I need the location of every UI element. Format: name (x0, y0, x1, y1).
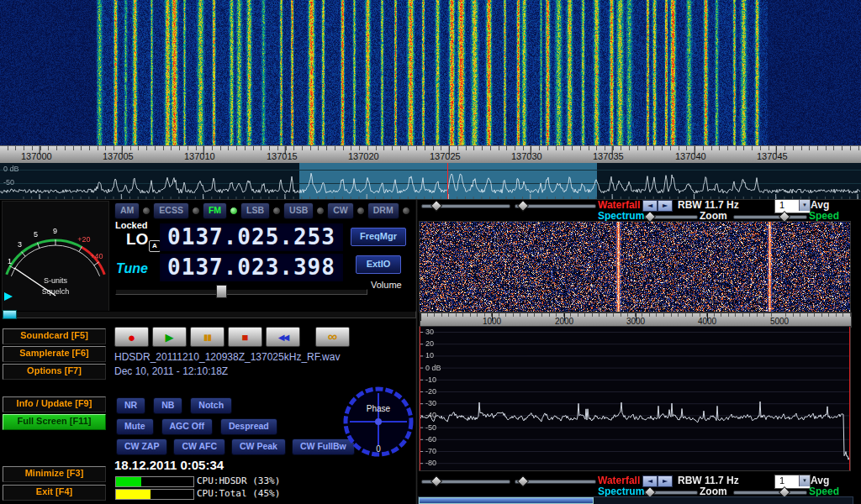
upper-waterfall-label[interactable]: Waterfall (598, 199, 640, 211)
lower-zoom-label: Zoom (700, 486, 727, 497)
spectrum-pan-thumb[interactable] (419, 497, 594, 504)
samplerate-button[interactable]: Samplerate [F6] (3, 346, 106, 362)
mode-button-cw[interactable]: CW (327, 202, 354, 219)
pause-button[interactable]: ▮▮ (190, 327, 224, 347)
stop-button[interactable]: ■ (228, 327, 262, 347)
upper-zoom-thumb[interactable] (644, 211, 656, 223)
soundcard-button[interactable]: Soundcard [F5] (3, 328, 106, 344)
upper-rbw-label: RBW 11.7 Hz (678, 199, 739, 211)
tune-frequency-display[interactable]: 0137.023.398 (160, 254, 343, 281)
mode-button-fm[interactable]: FM (203, 202, 227, 219)
lo-frequency-display[interactable]: 0137.025.253 (160, 223, 343, 251)
lower-spectrum-label[interactable]: Spectrum (598, 486, 644, 497)
upper-avg-label: Avg (811, 199, 829, 211)
freq-scale-label: 137045 (757, 151, 788, 161)
hz-scale-label: 2000 (555, 317, 573, 326)
mode-led-am-icon (142, 207, 151, 215)
dsp-row-1: NR NB Notch (116, 397, 232, 414)
mode-button-lsb[interactable]: LSB (240, 202, 270, 219)
shift-left-button[interactable]: ◄ (642, 200, 658, 212)
mode-button-ecss[interactable]: ECSS (153, 202, 189, 219)
mode-button-drm[interactable]: DRM (367, 202, 399, 219)
play-button[interactable]: ▶ (152, 327, 187, 347)
audio-spectrum-display[interactable] (420, 327, 850, 470)
db-scale-label: -80 (425, 459, 436, 467)
lo-label: LO (126, 230, 148, 249)
upper-spectrum-label[interactable]: Spectrum (598, 210, 644, 222)
main-frequency-scale[interactable]: 137000 137005 137010 137015 137020 13702… (0, 145, 861, 164)
upper-avg-select[interactable]: 1 ▼ (774, 199, 811, 213)
rewind-icon: ◀◀ (278, 333, 288, 342)
audio-frequency-scale[interactable]: 1000 2000 3000 4000 5000 (420, 312, 852, 328)
arrow-left-icon: ◄ (647, 477, 652, 485)
s-meter-label: +20 (77, 235, 90, 244)
nr-button[interactable]: NR (116, 397, 145, 414)
mode-led-cw-icon (357, 207, 365, 215)
squelch-slider-thumb[interactable] (3, 310, 17, 319)
arrow-right-icon: ► (663, 202, 668, 209)
freq-scale-label: 137025 (430, 151, 461, 161)
lower-avg-select-value: 1 (779, 475, 784, 486)
s-meter: 1 3 5 9 +20 +40 S-units Squelch (2, 201, 109, 313)
info-update-button[interactable]: Info / Update [F9] (3, 396, 106, 412)
freqmgr-button[interactable]: FreqMgr (351, 228, 406, 246)
cpu-hdsdr-bar (115, 476, 194, 487)
s-meter-label: +40 (90, 252, 103, 260)
db-scale-label: 20 (425, 339, 434, 348)
hz-scale-label: 1000 (483, 317, 501, 326)
fullscreen-button[interactable]: Full Screen [F11] (3, 414, 106, 430)
lower-waterfall-contrast-thumb[interactable] (430, 475, 442, 487)
db-scale-label: -50 (425, 423, 436, 432)
exit-button[interactable]: Exit [F4] (3, 485, 106, 501)
freq-scale-label: 137015 (267, 151, 298, 161)
lower-waterfall-label[interactable]: Waterfall (598, 475, 640, 486)
dsp-row-2: Mute AGC Off Despread (116, 418, 277, 435)
db-scale-label: -10 (425, 375, 436, 384)
arrow-right-icon: ► (663, 477, 668, 485)
mute-button[interactable]: Mute (116, 418, 154, 435)
record-button[interactable]: ● (114, 327, 149, 347)
shift-right-button[interactable]: ► (658, 200, 673, 212)
lower-avg-select[interactable]: 1 ▼ (774, 475, 811, 489)
upper-waterfall-contrast-thumb[interactable] (430, 200, 442, 212)
lower-speed-track[interactable] (733, 491, 807, 495)
loop-icon: ∞ (328, 329, 337, 344)
cw-afc-button[interactable]: CW AFC (173, 438, 225, 455)
transport-bar: ● ▶ ▮▮ ■ ◀◀ ∞ (114, 327, 350, 347)
spectrum-pan-scrollbar[interactable] (418, 496, 853, 504)
lower-speed-label: Speed (809, 486, 839, 497)
shift-left-button[interactable]: ◄ (642, 475, 658, 487)
volume-slider-track[interactable] (115, 289, 367, 295)
despread-button[interactable]: Despread (220, 418, 277, 435)
options-button[interactable]: Options [F7] (3, 364, 106, 380)
shift-right-button[interactable]: ► (658, 475, 673, 487)
cw-zap-button[interactable]: CW ZAP (116, 438, 167, 455)
main-waterfall-display[interactable] (0, 0, 861, 145)
main-spectrum-display[interactable] (0, 163, 861, 199)
volume-slider-thumb[interactable] (216, 285, 227, 298)
upper-waterfall-brightness-thumb[interactable] (517, 200, 529, 212)
cw-peak-button[interactable]: CW Peak (231, 438, 286, 455)
mode-button-am[interactable]: AM (114, 202, 140, 219)
freq-scale-label: 137030 (511, 151, 542, 161)
lower-avg-label: Avg (811, 475, 829, 486)
play-icon: ▶ (166, 331, 174, 344)
lower-waterfall-brightness-thumb[interactable] (517, 475, 529, 487)
audio-waterfall-display[interactable] (420, 222, 850, 312)
extio-button[interactable]: ExtIO (356, 255, 401, 274)
notch-button[interactable]: Notch (190, 397, 232, 414)
squelch-marker-icon[interactable] (4, 292, 13, 301)
upper-speed-track[interactable] (733, 215, 807, 219)
upper-zoom-label: Zoom (700, 210, 727, 222)
squelch-slider-track[interactable] (2, 311, 416, 318)
mode-button-usb[interactable]: USB (283, 202, 314, 219)
minimize-button[interactable]: Minimize [F3] (3, 466, 106, 482)
lo-lock-badge-icon[interactable]: A (149, 240, 161, 252)
recording-filename: HDSDR_20111210_120938Z_137025kHz_RF.wav (114, 351, 340, 363)
loop-button[interactable]: ∞ (315, 327, 350, 347)
dsp-row-3: CW ZAP CW AFC CW Peak CW FullBw (116, 438, 355, 455)
nb-button[interactable]: NB (153, 397, 182, 414)
agc-button[interactable]: AGC Off (161, 418, 213, 435)
freq-scale-label: 137020 (348, 151, 379, 161)
rewind-button[interactable]: ◀◀ (266, 327, 300, 347)
